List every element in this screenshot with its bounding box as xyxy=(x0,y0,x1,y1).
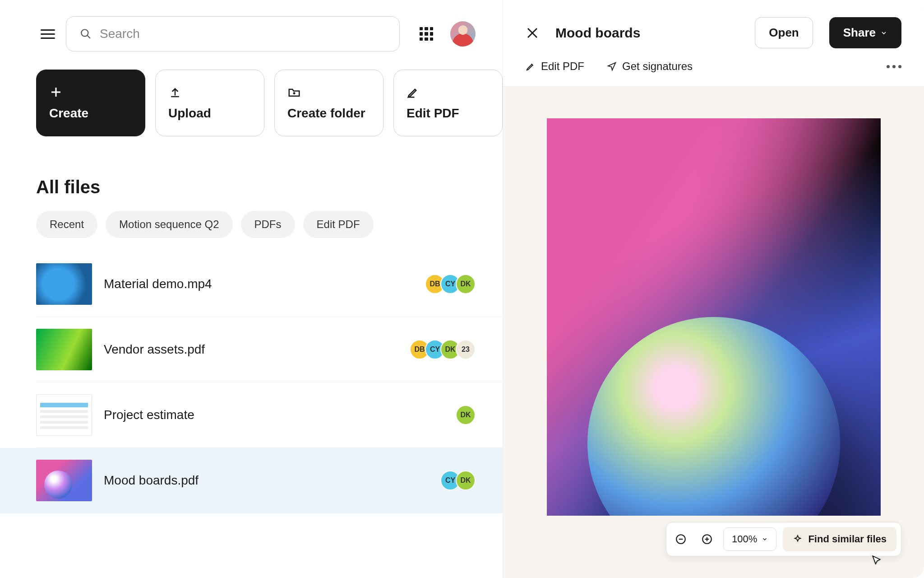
svg-point-0 xyxy=(81,29,88,36)
avatar[interactable] xyxy=(450,21,476,47)
edit-pdf-button[interactable]: Edit PDF xyxy=(393,70,503,136)
share-badge[interactable]: DK xyxy=(456,274,476,294)
create-button[interactable]: Create xyxy=(36,70,145,136)
file-row[interactable]: Mood boards.pdfCYDK xyxy=(0,448,503,513)
upload-icon xyxy=(168,85,182,99)
sparkle-icon xyxy=(793,534,803,544)
chip-edit-pdf[interactable]: Edit PDF xyxy=(303,211,374,238)
shared-badges: CYDK xyxy=(440,471,476,490)
file-browser-pane: CreateUploadCreate folderEdit PDF All fi… xyxy=(0,0,503,578)
preview-pane: Mood boards Open Share Edit PDF Get sign… xyxy=(503,0,924,578)
preview-header: Mood boards Open Share xyxy=(503,0,924,60)
preview-floating-bar: 100% Find similar files xyxy=(666,522,901,556)
more-icon[interactable] xyxy=(887,65,901,68)
preview-body: 100% Find similar files xyxy=(503,87,924,578)
file-thumbnail xyxy=(36,263,92,305)
file-thumbnail xyxy=(36,329,92,370)
share-button[interactable]: Share xyxy=(829,17,901,48)
chip-pdfs[interactable]: PDFs xyxy=(241,211,295,238)
zoom-out-icon xyxy=(675,533,687,545)
file-name: Vendor assets.pdf xyxy=(104,342,398,357)
file-row[interactable]: Vendor assets.pdfDBCYDK23 xyxy=(36,317,503,382)
file-list: Material demo.mp4DBCYDKVendor assets.pdf… xyxy=(0,252,503,513)
send-icon xyxy=(607,61,617,71)
plus-icon xyxy=(49,85,63,99)
get-signatures-link[interactable]: Get signatures xyxy=(607,60,693,73)
search-field[interactable] xyxy=(100,27,386,41)
zoom-in-icon xyxy=(701,533,713,545)
section-title: All files xyxy=(0,136,503,211)
folder-plus-icon xyxy=(287,85,301,99)
shared-badges: DK xyxy=(456,405,476,425)
chip-recent[interactable]: Recent xyxy=(36,211,97,238)
file-row[interactable]: Material demo.mp4DBCYDK xyxy=(36,252,503,317)
chip-motion-sequence-q2[interactable]: Motion sequence Q2 xyxy=(106,211,232,238)
upload-button[interactable]: Upload xyxy=(155,70,264,136)
apps-grid-icon[interactable] xyxy=(420,27,433,41)
chevron-down-icon xyxy=(762,536,768,542)
shared-badges: DBCYDK23 xyxy=(410,340,476,359)
topbar xyxy=(0,16,503,51)
edit-pdf-link[interactable]: Edit PDF xyxy=(526,60,584,73)
pencil-icon xyxy=(407,85,420,99)
chevron-down-icon xyxy=(880,29,887,37)
menu-icon[interactable] xyxy=(41,27,55,41)
zoom-out-button[interactable] xyxy=(671,529,691,549)
file-name: Mood boards.pdf xyxy=(104,473,429,488)
preview-title: Mood boards xyxy=(555,25,739,41)
file-name: Project estimate xyxy=(104,408,444,422)
preview-image xyxy=(547,118,881,516)
zoom-level[interactable]: 100% xyxy=(723,527,776,551)
file-row[interactable]: Project estimateDK xyxy=(36,382,503,448)
search-icon xyxy=(80,28,92,40)
file-name: Material demo.mp4 xyxy=(104,277,413,291)
svg-line-1 xyxy=(87,35,90,38)
share-badge[interactable]: DK xyxy=(456,471,476,490)
close-icon[interactable] xyxy=(526,26,539,40)
cursor-icon xyxy=(871,555,882,566)
preview-toolbar: Edit PDF Get signatures xyxy=(503,60,924,87)
zoom-in-button[interactable] xyxy=(697,529,717,549)
shared-badges: DBCYDK xyxy=(425,274,476,294)
filter-chips: RecentMotion sequence Q2PDFsEdit PDF xyxy=(0,211,503,252)
create-folder-button[interactable]: Create folder xyxy=(274,70,383,136)
pencil-icon xyxy=(526,61,536,71)
open-button[interactable]: Open xyxy=(755,17,813,48)
share-badge[interactable]: DK xyxy=(456,405,476,425)
file-thumbnail xyxy=(36,460,92,501)
file-thumbnail xyxy=(36,394,92,436)
find-similar-button[interactable]: Find similar files xyxy=(783,527,896,551)
share-badge[interactable]: 23 xyxy=(456,340,476,359)
quick-actions: CreateUploadCreate folderEdit PDF xyxy=(0,51,503,136)
search-input[interactable] xyxy=(66,16,400,51)
